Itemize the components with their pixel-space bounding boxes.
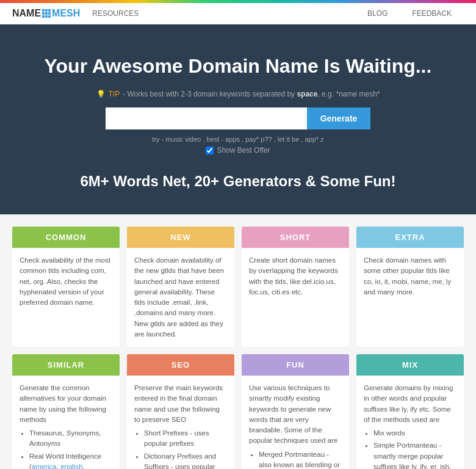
card-extra-body: Check domain names with some other popul… bbox=[356, 248, 464, 305]
tagline: 6M+ Words Net, 20+ Generators & Some Fun… bbox=[12, 173, 464, 190]
card-fun-body: Use various techniques to smartly modify… bbox=[242, 376, 349, 469]
card-extra-header: EXTRA bbox=[356, 227, 464, 248]
show-best-offer-row: Show Best Offer bbox=[12, 146, 464, 155]
card-similar-header: SIMILAR bbox=[12, 354, 120, 376]
tip-text: 💡 TIP - Works best with 2-3 domain keywo… bbox=[12, 90, 464, 98]
nav-right: BLOG FEEDBACK bbox=[367, 9, 464, 18]
card-similar-body: Generate the common alternatives for you… bbox=[12, 376, 120, 469]
search-input[interactable] bbox=[106, 107, 307, 129]
card-mix-body: Generate domains by mixing in other word… bbox=[356, 376, 464, 469]
list-item: Real World Intelligence (america, englis… bbox=[29, 451, 112, 470]
try-example-list: music video , best - apps , pay* p?? , l… bbox=[165, 136, 323, 143]
card-seo-body: Preserve the main keywords entered in th… bbox=[127, 376, 234, 469]
hero-title: Your Awesome Domain Name Is Waiting... bbox=[12, 55, 464, 78]
site-logo[interactable]: NAME MESH bbox=[12, 8, 80, 19]
card-short-header: SHORT bbox=[242, 227, 349, 248]
tip-icon: 💡 bbox=[96, 90, 106, 98]
logo-grid-icon bbox=[42, 9, 51, 18]
logo-mesh-text: MESH bbox=[52, 8, 80, 19]
card-seo: SEO Preserve the main keywords entered i… bbox=[127, 354, 234, 469]
card-mix: MIX Generate domains by mixing in other … bbox=[356, 354, 464, 469]
try-examples: try - music video , best - apps , pay* p… bbox=[12, 136, 464, 143]
card-fun-header: FUN bbox=[242, 354, 349, 376]
link-english[interactable]: english bbox=[60, 463, 82, 469]
card-new-body: Check domain availability of the new gtl… bbox=[127, 248, 234, 347]
blog-link[interactable]: BLOG bbox=[367, 9, 388, 18]
search-row: Generate bbox=[12, 107, 464, 129]
cards-section: COMMON Check availability of the most co… bbox=[0, 214, 476, 469]
cards-row-1: COMMON Check availability of the most co… bbox=[12, 227, 464, 347]
show-best-checkbox[interactable] bbox=[206, 147, 214, 155]
card-fun-intro: Use various techniques to smartly modify… bbox=[249, 384, 337, 444]
card-extra: EXTRA Check domain names with some other… bbox=[356, 227, 464, 347]
card-seo-list: Short Prefixes - uses popular prefixes D… bbox=[144, 428, 227, 469]
logo-name-text: NAME bbox=[12, 8, 41, 19]
cards-row-2: SIMILAR Generate the common alternatives… bbox=[12, 354, 464, 469]
resources-link[interactable]: RESOURCES bbox=[92, 9, 139, 18]
card-similar-list: Thesaurus, Synonyms, Antonyms Real World… bbox=[29, 428, 112, 469]
card-common-header: COMMON bbox=[12, 227, 120, 248]
card-fun-list: Merged Portmanteau - also known as blend… bbox=[259, 449, 342, 470]
card-similar-intro: Generate the common alternatives for you… bbox=[20, 384, 106, 423]
card-mix-intro: Generate domains by mixing in other word… bbox=[364, 384, 453, 423]
list-item: Dictionary Prefixes and Suffixes - uses … bbox=[144, 451, 227, 470]
list-item: Merged Portmanteau - also known as blend… bbox=[259, 449, 342, 470]
card-mix-header: MIX bbox=[356, 354, 464, 376]
list-item: Mix words bbox=[373, 428, 456, 438]
card-similar: SIMILAR Generate the common alternatives… bbox=[12, 354, 120, 469]
generate-button[interactable]: Generate bbox=[307, 107, 371, 129]
show-best-label: Show Best Offer bbox=[217, 146, 270, 155]
card-fun: FUN Use various techniques to smartly mo… bbox=[242, 354, 349, 469]
list-item: Thesaurus, Synonyms, Antonyms bbox=[29, 428, 112, 449]
card-new: NEW Check domain availability of the new… bbox=[127, 227, 234, 347]
tip-label: TIP bbox=[109, 90, 120, 98]
card-short: SHORT Create short domain names by overl… bbox=[242, 227, 349, 347]
link-america[interactable]: america bbox=[32, 463, 57, 469]
card-mix-list: Mix words Simple Portmanteau - smartly m… bbox=[373, 428, 456, 469]
try-label: try - bbox=[152, 136, 165, 143]
card-short-body: Create short domain names by overlapping… bbox=[242, 248, 349, 305]
list-item: Simple Portmanteau - smartly merge popul… bbox=[373, 440, 456, 469]
hero-section: Your Awesome Domain Name Is Waiting... 💡… bbox=[0, 24, 476, 214]
card-seo-intro: Preserve the main keywords entered in th… bbox=[134, 384, 223, 423]
card-common-body: Check availability of the most common tl… bbox=[12, 248, 120, 315]
feedback-link[interactable]: FEEDBACK bbox=[412, 9, 452, 18]
list-item: Short Prefixes - uses popular prefixes bbox=[144, 428, 227, 449]
tip-body: - Works best with 2-3 domain keywords se… bbox=[123, 90, 380, 98]
card-common: COMMON Check availability of the most co… bbox=[12, 227, 120, 347]
navbar: NAME MESH RESOURCES BLOG FEEDBACK bbox=[0, 3, 476, 24]
card-new-header: NEW bbox=[127, 227, 234, 248]
card-seo-header: SEO bbox=[127, 354, 234, 376]
